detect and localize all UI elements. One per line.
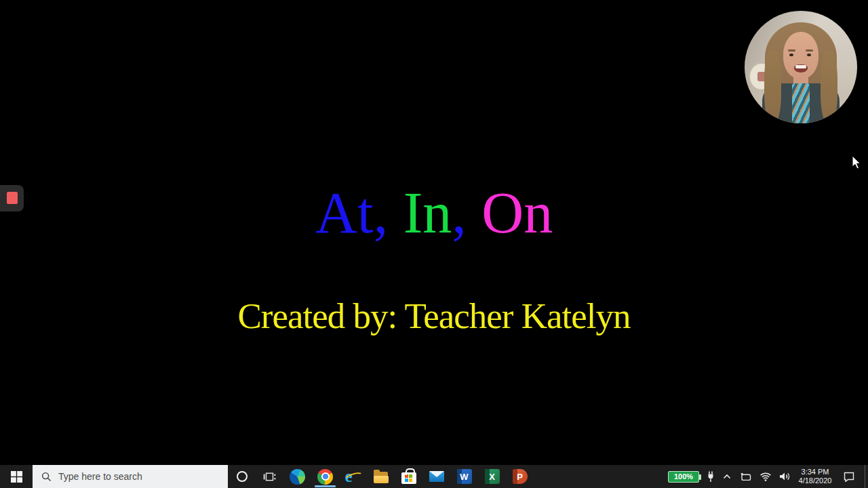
taskbar-item-powerpoint[interactable]: P <box>506 465 534 488</box>
start-button[interactable] <box>0 465 33 488</box>
camera-icon <box>740 472 752 481</box>
presenter-scarf <box>792 83 810 123</box>
network-indicator[interactable] <box>756 465 775 488</box>
title-segment-comma: , <box>452 180 467 245</box>
action-center-icon <box>843 471 855 482</box>
webcam-overlay[interactable] <box>745 11 857 123</box>
taskbar-clock[interactable]: 3:34 PM 4/18/2020 <box>794 465 836 488</box>
taskbar: Type here to search e <box>0 465 868 488</box>
mail-icon <box>429 471 444 482</box>
powerpoint-icon: P <box>513 469 528 484</box>
taskbar-search-input[interactable]: Type here to search <box>33 465 228 488</box>
file-explorer-icon <box>373 470 389 483</box>
taskbar-item-excel[interactable]: X <box>478 465 506 488</box>
taskbar-item-cortana[interactable] <box>228 465 256 488</box>
action-center-button[interactable] <box>836 465 862 488</box>
battery-icon: 100% <box>668 471 699 483</box>
taskbar-item-chrome[interactable] <box>311 465 339 488</box>
battery-indicator[interactable]: 100% <box>668 465 703 488</box>
presenter-eye <box>807 54 811 56</box>
taskbar-item-edge[interactable] <box>283 465 311 488</box>
presenter-smile <box>794 64 808 73</box>
windows-logo-icon <box>11 471 22 483</box>
volume-icon <box>778 472 791 481</box>
presentation-screen: At,In,On Created by: Teacher Katelyn <box>0 0 868 488</box>
cortana-icon <box>237 471 248 482</box>
slide-title: At,In,On <box>0 182 868 245</box>
chevron-up-icon <box>723 474 731 479</box>
power-plug-indicator[interactable] <box>703 465 718 488</box>
camera-indicator[interactable] <box>736 465 756 488</box>
excel-icon: X <box>485 469 500 484</box>
volume-indicator[interactable] <box>775 465 794 488</box>
presenter-hair-strand <box>764 50 781 123</box>
taskbar-item-microsoft-store[interactable] <box>395 465 422 488</box>
stop-record-button[interactable] <box>7 192 18 204</box>
chrome-active-indicator <box>315 485 336 487</box>
taskbar-item-word[interactable]: W <box>450 465 478 488</box>
system-tray: 100% <box>668 465 868 488</box>
title-segment-in: In <box>403 180 452 245</box>
title-segment-at: At, <box>315 180 389 245</box>
clock-date: 4/18/2020 <box>799 476 832 485</box>
search-icon <box>41 472 52 482</box>
edge-icon <box>290 469 305 485</box>
tray-overflow-button[interactable] <box>718 465 736 488</box>
taskbar-item-task-view[interactable] <box>256 465 283 488</box>
presenter-brow <box>806 49 813 52</box>
chrome-icon <box>317 469 333 485</box>
presenter-hair-strand <box>821 50 837 123</box>
clock-time: 3:34 PM <box>799 468 832 476</box>
task-view-icon <box>263 472 276 482</box>
mouse-cursor <box>852 155 862 173</box>
show-desktop-button[interactable] <box>865 465 868 488</box>
annotation-toolbar <box>0 185 24 211</box>
taskbar-item-mail[interactable] <box>422 465 450 488</box>
taskbar-item-internet-explorer[interactable]: e <box>339 465 367 488</box>
title-segment-on: On <box>481 180 553 245</box>
microsoft-store-icon <box>401 472 416 484</box>
wifi-icon <box>759 471 772 482</box>
word-icon: W <box>457 469 472 484</box>
search-placeholder-text: Type here to search <box>58 471 142 482</box>
internet-explorer-icon: e <box>345 468 361 485</box>
presenter-eye <box>789 54 793 56</box>
power-plug-icon <box>707 471 715 483</box>
slide-subtitle: Created by: Teacher Katelyn <box>0 296 868 336</box>
taskbar-item-file-explorer[interactable] <box>367 465 395 488</box>
presenter-brow <box>788 49 795 52</box>
